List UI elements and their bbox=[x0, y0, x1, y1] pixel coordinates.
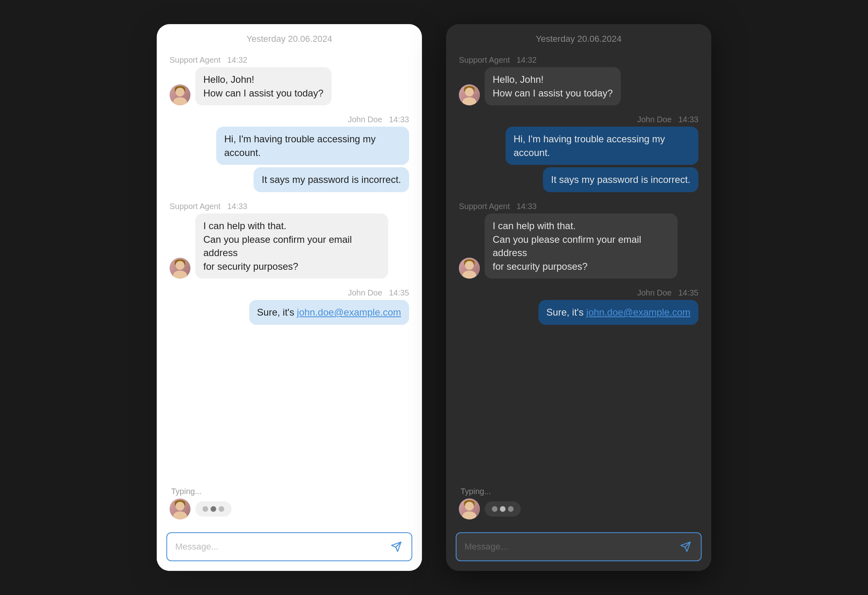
message-group-agent-2: Support Agent 14:33 I can help with that… bbox=[170, 202, 409, 279]
agent-with-avatar-1-dark: Hello, John!How can I assist you today? bbox=[459, 67, 621, 105]
chat-messages-light: Support Agent 14:32 Hello, John!How can … bbox=[157, 49, 422, 484]
bubble: Hi, I'm having trouble accessing my acco… bbox=[216, 127, 409, 165]
user-bubbles-1: Hi, I'm having trouble accessing my acco… bbox=[216, 127, 409, 192]
agent-name-time-2-dark: Support Agent 14:33 bbox=[459, 202, 537, 211]
agent-bubbles-1-dark: Hello, John!How can I assist you today? bbox=[485, 67, 621, 105]
message-group-user-2-dark: John Doe 14:35 Sure, it's john.doe@examp… bbox=[459, 288, 698, 325]
avatar-agent-2-dark bbox=[459, 258, 480, 279]
message-group-agent-1-dark: Support Agent 14:32 Hello, John!How can … bbox=[459, 55, 698, 105]
message-group-user-1-dark: John Doe 14:33 Hi, I'm having trouble ac… bbox=[459, 115, 698, 192]
input-area-dark bbox=[446, 526, 711, 571]
agent-bubbles-2: I can help with that.Can you please conf… bbox=[195, 213, 388, 279]
dot-1 bbox=[203, 506, 208, 512]
send-button-dark[interactable] bbox=[678, 540, 693, 554]
user-bubbles-2: Sure, it's john.doe@example.com bbox=[249, 300, 409, 325]
input-area-light bbox=[157, 526, 422, 571]
user-name-time-1: John Doe 14:33 bbox=[348, 115, 409, 124]
bubble: I can help with that.Can you please conf… bbox=[195, 213, 388, 279]
agent-with-avatar-2: I can help with that.Can you please conf… bbox=[170, 213, 388, 279]
message-group-user-1: John Doe 14:33 Hi, I'm having trouble ac… bbox=[170, 115, 409, 192]
email-link-light[interactable]: john.doe@example.com bbox=[297, 307, 401, 318]
email-link-dark[interactable]: john.doe@example.com bbox=[586, 307, 690, 318]
avatar-agent-1 bbox=[170, 84, 190, 105]
bubble: Hi, I'm having trouble accessing my acco… bbox=[506, 127, 698, 165]
agent-with-avatar-2-dark: I can help with that.Can you please conf… bbox=[459, 213, 678, 279]
message-group-user-2: John Doe 14:35 Sure, it's john.doe@examp… bbox=[170, 288, 409, 325]
user-bubbles-2-dark: Sure, it's john.doe@example.com bbox=[538, 300, 698, 325]
bubble: I can help with that.Can you please conf… bbox=[485, 213, 678, 279]
user-bubbles-1-dark: Hi, I'm having trouble accessing my acco… bbox=[506, 127, 698, 192]
user-name-time-2-dark: John Doe 14:35 bbox=[637, 288, 698, 298]
bubble: Hello, John!How can I assist you today? bbox=[195, 67, 332, 105]
chat-messages-dark: Support Agent 14:32 Hello, John!How can … bbox=[446, 49, 711, 484]
typing-dots-light bbox=[195, 501, 231, 517]
chat-window-light: Yesterday 20.06.2024 Support Agent 14:32… bbox=[157, 24, 422, 571]
input-container-dark bbox=[456, 532, 702, 561]
dot-1-dark bbox=[492, 506, 497, 512]
user-name-time-2: John Doe 14:35 bbox=[348, 288, 409, 298]
chat-date-dark: Yesterday 20.06.2024 bbox=[446, 24, 711, 49]
avatar-typing-dark bbox=[459, 499, 480, 519]
avatar-typing-light bbox=[170, 499, 190, 519]
typing-section-light: Typing... bbox=[157, 484, 422, 526]
typing-label-light: Typing... bbox=[171, 487, 409, 496]
bubble: Sure, it's john.doe@example.com bbox=[249, 300, 409, 325]
agent-bubbles-2-dark: I can help with that.Can you please conf… bbox=[485, 213, 678, 279]
typing-section-dark: Typing... bbox=[446, 484, 711, 526]
agent-name-time-1-dark: Support Agent 14:32 bbox=[459, 55, 537, 65]
chat-window-dark: Yesterday 20.06.2024 Support Agent 14:32… bbox=[446, 24, 711, 571]
avatar-agent-2 bbox=[170, 258, 190, 279]
agent-bubbles-1: Hello, John!How can I assist you today? bbox=[195, 67, 332, 105]
agent-name-time-2: Support Agent 14:33 bbox=[170, 202, 248, 211]
send-button-light[interactable] bbox=[389, 540, 403, 554]
chat-date-light: Yesterday 20.06.2024 bbox=[157, 24, 422, 49]
typing-row-light bbox=[170, 499, 409, 519]
avatar-agent-1-dark bbox=[459, 84, 480, 105]
agent-with-avatar-1: Hello, John!How can I assist you today? bbox=[170, 67, 332, 105]
message-input-light[interactable] bbox=[175, 542, 384, 552]
message-group-agent-2-dark: Support Agent 14:33 I can help with that… bbox=[459, 202, 698, 279]
dot-3-dark bbox=[508, 506, 514, 512]
typing-label-dark: Typing... bbox=[461, 487, 698, 496]
bubble: It says my password is incorrect. bbox=[254, 167, 409, 192]
message-group-agent-1: Support Agent 14:32 Hello, John!How can … bbox=[170, 55, 409, 105]
bubble: It says my password is incorrect. bbox=[543, 167, 698, 192]
message-input-dark[interactable] bbox=[465, 542, 674, 552]
agent-name-time-1: Support Agent 14:32 bbox=[170, 55, 248, 65]
bubble: Sure, it's john.doe@example.com bbox=[538, 300, 698, 325]
dot-3 bbox=[219, 506, 224, 512]
bubble: Hello, John!How can I assist you today? bbox=[485, 67, 621, 105]
dot-2-dark bbox=[500, 506, 506, 512]
input-container-light bbox=[166, 532, 412, 561]
typing-dots-dark bbox=[485, 501, 521, 517]
dot-2 bbox=[211, 506, 216, 512]
typing-row-dark bbox=[459, 499, 698, 519]
user-name-time-1-dark: John Doe 14:33 bbox=[637, 115, 698, 124]
